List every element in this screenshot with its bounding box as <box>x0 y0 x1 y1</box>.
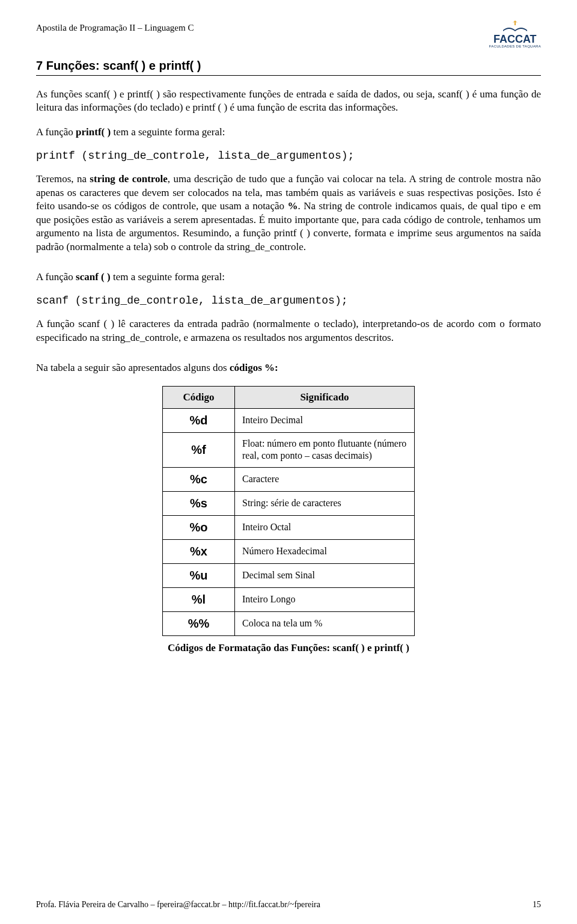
meaning-cell: Coloca na tela um % <box>235 612 415 636</box>
paragraph-scanf-desc: A função scanf ( ) lê caracteres da entr… <box>36 317 541 344</box>
code-scanf: scanf (string_de_controle, lista_de_argu… <box>36 295 541 307</box>
paragraph-intro: As funções scanf( ) e printf( ) são resp… <box>36 88 541 115</box>
table-row: %sString: série de caracteres <box>163 492 415 516</box>
code-printf: printf (string_de_controle, lista_de_arg… <box>36 150 541 162</box>
paragraph-scanf-intro: A função scanf ( ) tem a seguinte forma … <box>36 271 541 284</box>
meaning-cell: Caractere <box>235 468 415 492</box>
format-codes-table: Código Significado %dInteiro Decimal%fFl… <box>162 386 415 637</box>
paragraph-printf-intro: A função printf( ) tem a seguinte forma … <box>36 126 541 139</box>
table-row: %xNúmero Hexadecimal <box>163 540 415 564</box>
meaning-cell: Inteiro Octal <box>235 516 415 540</box>
table-row: %%Coloca na tela um % <box>163 612 415 636</box>
code-cell: %s <box>163 492 235 516</box>
meaning-cell: String: série de caracteres <box>235 492 415 516</box>
code-cell: %f <box>163 432 235 468</box>
col-header-code: Código <box>163 386 235 408</box>
code-cell: %c <box>163 468 235 492</box>
logo-text: FACCAT <box>493 34 537 44</box>
code-cell: %o <box>163 516 235 540</box>
logo-subtext: FACULDADES DE TAQUARA <box>489 44 541 48</box>
paragraph-table-intro: Na tabela a seguir são apresentados algu… <box>36 361 541 375</box>
page-footer: Profa. Flávia Pereira de Carvalho – fper… <box>36 900 541 910</box>
page-number: 15 <box>533 900 541 910</box>
code-cell: %u <box>163 564 235 588</box>
code-cell: %x <box>163 540 235 564</box>
table-row: %fFloat: número em ponto flutuante (núme… <box>163 432 415 468</box>
meaning-cell: Decimal sem Sinal <box>235 564 415 588</box>
page-header: Apostila de Programação II – Linguagem C… <box>36 19 541 48</box>
code-cell: %% <box>163 612 235 636</box>
table-row: %oInteiro Octal <box>163 516 415 540</box>
table-row: %cCaractere <box>163 468 415 492</box>
table-header-row: Código Significado <box>163 386 415 408</box>
table-caption: Códigos de Formatação das Funções: scanf… <box>36 642 541 654</box>
paragraph-printf-desc: Teremos, na string de controle, uma desc… <box>36 173 541 254</box>
section-heading: 7 Funções: scanf( ) e printf( ) <box>36 59 541 76</box>
meaning-cell: Inteiro Longo <box>235 588 415 612</box>
meaning-cell: Inteiro Decimal <box>235 408 415 432</box>
doc-title: Apostila de Programação II – Linguagem C <box>36 19 194 33</box>
meaning-cell: Float: número em ponto flutuante (número… <box>235 432 415 468</box>
footer-author: Profa. Flávia Pereira de Carvalho – fper… <box>36 900 320 910</box>
col-header-meaning: Significado <box>235 386 415 408</box>
code-cell: %d <box>163 408 235 432</box>
table-row: %lInteiro Longo <box>163 588 415 612</box>
logo: FACCAT FACULDADES DE TAQUARA <box>489 19 541 48</box>
table-row: %dInteiro Decimal <box>163 408 415 432</box>
table-row: %uDecimal sem Sinal <box>163 564 415 588</box>
meaning-cell: Número Hexadecimal <box>235 540 415 564</box>
book-icon <box>501 19 530 32</box>
code-cell: %l <box>163 588 235 612</box>
svg-rect-0 <box>514 22 516 25</box>
